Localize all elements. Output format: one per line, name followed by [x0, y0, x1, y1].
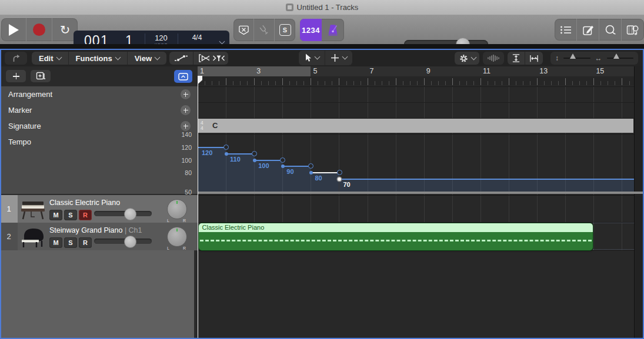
- lane-separator: [198, 222, 634, 223]
- solo-button[interactable]: S: [64, 210, 77, 220]
- waveform-icon: [487, 54, 500, 62]
- vertical-zoom-slider-thumb[interactable]: [570, 53, 576, 59]
- bar-ruler[interactable]: 13579111315: [198, 66, 634, 76]
- command-click-tool-button[interactable]: [325, 51, 352, 65]
- tempo-point-end[interactable]: [337, 170, 342, 175]
- mute-button[interactable]: M: [49, 237, 62, 248]
- tempo-segment[interactable]: [254, 160, 282, 161]
- add-track-button[interactable]: [6, 70, 26, 82]
- track-volume-thumb[interactable]: [124, 236, 136, 248]
- lcd-time-signature: 4/4: [178, 33, 216, 42]
- metronome-button[interactable]: [322, 19, 344, 41]
- marker-track-header[interactable]: Marker: [0, 102, 198, 119]
- horizontal-auto-zoom-button[interactable]: [525, 52, 543, 65]
- electric-piano-icon[interactable]: [19, 197, 46, 221]
- tempo-point[interactable]: [253, 159, 256, 162]
- bar-tick-marks: [198, 78, 634, 85]
- cycle-region[interactable]: [198, 66, 311, 76]
- record-arm-button[interactable]: R: [79, 210, 92, 220]
- horizontal-zoom-slider[interactable]: [607, 58, 634, 59]
- plus-icon: [183, 108, 188, 113]
- scrollbar-track[interactable]: [634, 66, 644, 339]
- catch-range-button[interactable]: [209, 52, 228, 65]
- empty-track-header-area[interactable]: [0, 250, 194, 339]
- pan-right-label: R: [183, 246, 186, 250]
- browsers-button[interactable]: [621, 19, 644, 41]
- add-arrangement-button[interactable]: [181, 89, 191, 99]
- cycle-icon: ↻: [60, 24, 71, 36]
- apple-loops-button[interactable]: [599, 19, 621, 41]
- tempo-point-end[interactable]: [308, 163, 313, 169]
- record-arm-button[interactable]: R: [79, 237, 92, 248]
- signature-event[interactable]: 4 4 C: [198, 119, 633, 133]
- duplicate-track-button[interactable]: [31, 70, 51, 82]
- track-volume-slider[interactable]: [94, 211, 152, 216]
- solo-button[interactable]: S: [64, 237, 77, 248]
- replace-button[interactable]: [233, 19, 253, 41]
- tempo-points-button[interactable]: [169, 52, 193, 65]
- track-name-text: Steinway Grand Piano: [49, 226, 122, 234]
- mute-button[interactable]: M: [49, 210, 62, 220]
- solo-button[interactable]: S: [274, 19, 295, 41]
- tempo-point-end[interactable]: [280, 157, 285, 163]
- track-header-1[interactable]: 1 Classic Electric Piano M S R L R: [0, 195, 198, 223]
- pan-knob[interactable]: [167, 199, 187, 219]
- signature-track-header[interactable]: Signature: [0, 118, 198, 135]
- add-signature-button[interactable]: [181, 121, 191, 131]
- chevron-down-icon: [155, 54, 161, 60]
- document-proxy-icon[interactable]: [286, 4, 293, 11]
- tempo-segment[interactable]: [282, 166, 311, 167]
- region-body: [199, 232, 593, 250]
- list-editors-button[interactable]: [555, 19, 576, 41]
- playhead[interactable]: [198, 76, 198, 339]
- vertical-zoom-slider[interactable]: [563, 58, 590, 59]
- tempo-point-end[interactable]: [252, 151, 257, 156]
- record-button[interactable]: [26, 18, 52, 41]
- tracks-area[interactable]: 13579111315 4 4 C 120110100908070 Classi…: [198, 66, 634, 339]
- play-button[interactable]: [1, 18, 26, 41]
- pan-knob[interactable]: [167, 227, 187, 247]
- lane-guide-bottom: [593, 249, 634, 250]
- tempo-point[interactable]: [225, 152, 228, 156]
- back-button[interactable]: [5, 52, 27, 65]
- tempo-segment[interactable]: [311, 172, 339, 173]
- tempo-point[interactable]: [338, 177, 341, 181]
- track-name[interactable]: Steinway Grand Piano | Ch1: [49, 226, 142, 234]
- chevron-down-icon: [56, 54, 62, 60]
- tempo-points-icon: [174, 54, 188, 62]
- ruler-bar-number: 5: [313, 67, 317, 75]
- track-header-2[interactable]: 2 Steinway Grand Piano | Ch1 M S R L R: [0, 223, 198, 251]
- add-marker-button[interactable]: [181, 105, 191, 115]
- left-click-tool-button[interactable]: [299, 51, 325, 65]
- ruler-ticks[interactable]: [198, 76, 634, 85]
- plus-icon: [183, 92, 188, 97]
- tempo-segment[interactable]: [198, 147, 226, 148]
- track-volume-slider[interactable]: [94, 239, 152, 244]
- hide-global-tracks-button[interactable]: [174, 70, 192, 83]
- lcd-display-mode-chevron-icon[interactable]: [219, 39, 225, 45]
- arrangement-track-header[interactable]: Arrangement: [0, 86, 198, 103]
- track-volume-thumb[interactable]: [124, 208, 136, 220]
- window-gap: [0, 44, 644, 50]
- horizontal-zoom-slider-thumb[interactable]: [613, 53, 619, 59]
- functions-menu-button[interactable]: Functions: [68, 52, 127, 65]
- time-signature-denominator: 4: [201, 126, 203, 131]
- view-menu-button[interactable]: View: [127, 52, 166, 65]
- count-in-button[interactable]: 1234: [300, 19, 322, 41]
- settings-menu-button[interactable]: [455, 52, 479, 65]
- track-name[interactable]: Classic Electric Piano: [49, 199, 120, 207]
- tempo-lane[interactable]: 120110100908070: [198, 134, 634, 192]
- track-header-controls: [0, 66, 198, 87]
- tuner-button[interactable]: [253, 19, 274, 41]
- edit-menu-button[interactable]: Edit: [32, 52, 68, 65]
- tempo-point-end[interactable]: [223, 145, 229, 150]
- grand-piano-icon[interactable]: [19, 224, 46, 249]
- tempo-segment[interactable]: [226, 153, 254, 155]
- waveform-zoom-button[interactable]: [483, 52, 504, 65]
- note-pads-button[interactable]: [576, 19, 599, 41]
- midi-region[interactable]: Classic Electric Piano: [199, 223, 593, 250]
- arrangement-label: Arrangement: [8, 90, 52, 99]
- tempo-segment[interactable]: [339, 179, 635, 180]
- vertical-auto-zoom-button[interactable]: [508, 52, 525, 65]
- tempo-track-header[interactable]: Tempo 1401201008050: [0, 134, 198, 194]
